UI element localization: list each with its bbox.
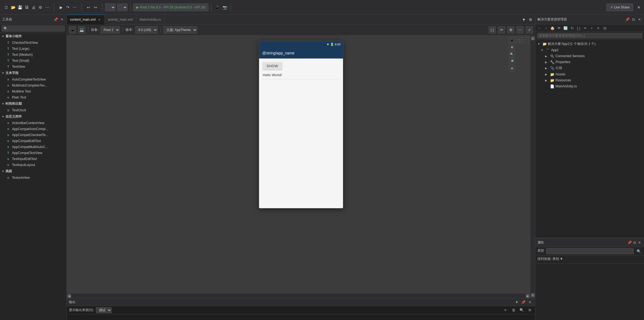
sol-view-btn[interactable]: 👁 [556,25,562,31]
settings-icon[interactable]: ⚙ [37,4,43,10]
pen-btn[interactable]: ✏ [498,26,505,33]
output-clear-btn[interactable]: 🗑 [511,307,517,313]
sol-close-icon[interactable]: ✕ [637,17,642,22]
scroll-up-btn[interactable]: ▲ [531,36,535,40]
phone-portrait-btn[interactable]: 📱 [509,37,515,43]
tab-mainactivity[interactable]: MainActivity.cs [136,15,164,24]
prop-pin2-icon[interactable]: ⊟ [632,240,637,245]
tree-mainactivity[interactable]: ▶ 📄 MainActivity.cs [535,83,644,89]
sol-pin-icon[interactable]: 📌 [625,17,630,22]
theme-select[interactable]: 主题: AppTheme [163,26,197,33]
item-appcompat-multi[interactable]: ≡ AppCompatMultiAutoC... [0,144,66,150]
group-datetime[interactable]: ▼ 时间和日期 [0,100,66,107]
prop-search-btn[interactable]: 🔍 [636,248,642,254]
sol-refresh-btn[interactable]: ↻ [569,25,575,31]
item-multiline[interactable]: ≡ Multiline Text [0,88,66,94]
item-textinput-layout[interactable]: ≡ TextInputLayout [0,162,66,168]
group-widgets[interactable]: ▼ 窗体小组件 [0,33,66,40]
prop-type-search[interactable] [546,248,634,254]
output-close-btn[interactable]: ✕ [527,299,533,305]
redo-icon[interactable]: ↷ [65,4,71,10]
output-source-select[interactable]: 调试 [96,307,112,313]
item-text-small[interactable]: T Text (Small) [0,58,66,64]
close-icon[interactable]: ✕ [636,4,642,10]
scroll-right-btn[interactable]: ▶ [526,294,530,298]
more-btn[interactable]: ⋯ [517,26,524,33]
device-manager-icon[interactable]: 📱 [214,4,220,10]
tree-references[interactable]: ▶ 📎 引用 [535,65,644,71]
item-plaintext[interactable]: ≡ Plain Text [0,94,66,100]
more-icon[interactable]: ⋯ [44,4,50,10]
expand-btn[interactable]: ⤢ [526,26,533,33]
run-button[interactable]: ▶ Pixel 2 Pie 9.0 - API 28 (Android 9.0 … [133,4,208,11]
output-settings-btn[interactable]: ⚙ [527,307,533,313]
tree-resources[interactable]: ▶ 📁 Resources [535,77,644,83]
new-file-icon[interactable]: 🗋 [3,4,9,10]
sort-dropdown-icon[interactable]: ▼ [560,257,563,261]
item-appcompat-edit[interactable]: ≡ AppCompatEditText [0,138,66,144]
sol-code-btn[interactable]: { } [576,25,582,31]
split-view-btn[interactable]: ⋯ [523,37,528,43]
sol-new-btn[interactable]: + [589,25,595,31]
tree-solution-root[interactable]: ▼ 📁 解决方案'App1'(1 个项目/共 1 个) [535,41,644,47]
item-appcompat-tv[interactable]: T AppCompatTextView [0,150,66,156]
item-textinput-edit[interactable]: ≡ TextInputEditText [0,156,66,162]
sol-pin2-icon[interactable]: ⊟ [631,17,636,22]
sol-home-btn[interactable]: 🏠 [549,25,555,31]
open-icon[interactable]: 📂 [10,4,16,10]
sol-back-btn[interactable]: ← [536,25,542,31]
cpu-select[interactable]: Any CPU [117,4,127,11]
print-icon[interactable]: 🖨 [31,4,37,10]
tablet-view-btn[interactable]: 💻 [78,26,85,33]
item-text-medium[interactable]: T Text (Medium) [0,52,66,58]
sol-sync-btn[interactable]: 🔄 [563,25,569,31]
device-select[interactable]: Pixel 2 [101,26,120,33]
item-textclock[interactable]: ⊙ TextClock [0,107,66,113]
item-appcompat-checked[interactable]: ≡ AppCompatCheckedTe... [0,132,66,138]
sol-forward-btn[interactable]: → [543,25,549,31]
phone-landscape-btn[interactable]: ⬚ [516,37,522,43]
save-all-icon[interactable]: 🖫 [24,4,30,10]
item-textureview[interactable]: ≡ TextureView [0,175,66,181]
tab-content-main[interactable]: content_main.xml ✕ [67,15,105,24]
item-multiauto[interactable]: ≡ MultiAutoCompleteTex... [0,82,66,88]
tree-connected-services[interactable]: ▶ 🔌 Connected Services [535,53,644,59]
item-text-large[interactable]: T Text (Large) [0,46,66,52]
output-collapse-btn[interactable]: ▼ [514,299,520,305]
tree-app1[interactable]: ▼ 📱 App1 [535,47,644,53]
version-select[interactable]: 9.0 (v28) [135,26,158,33]
sol-designer-btn[interactable]: ✏ [582,25,588,31]
show-button[interactable]: SHOW [263,62,282,70]
tab-content-main-close[interactable]: ✕ [97,18,101,21]
toolbox-close-icon[interactable]: ✕ [59,17,64,22]
item-actionbar[interactable]: ≡ ActionBarContextView [0,120,66,126]
grid-btn[interactable]: ⊞ [507,26,514,33]
zoom-out-minus-btn[interactable]: 🔎 [509,58,515,64]
save-icon[interactable]: 💾 [17,4,23,10]
screenshot-icon[interactable]: 📷 [222,4,228,10]
tree-assets[interactable]: ▶ 📁 Assets [535,71,644,77]
pin-icon[interactable]: 📌 [53,17,58,22]
output-pin-btn[interactable]: 📌 [520,299,526,305]
item-textview[interactable]: T TextView [0,64,66,70]
scroll-left-btn[interactable]: ◀ [67,294,71,298]
tree-properties[interactable]: ▶ 🔧 Properties [535,59,644,65]
zoom-in-btn[interactable]: 🔍 [509,51,515,57]
group-custom[interactable]: ▼ 自定义控件 [0,113,66,120]
tab-dropdown-icon[interactable]: ▼ [521,17,527,23]
phone-view-btn[interactable]: 📱 [69,26,76,33]
more2-icon[interactable]: ⋯ [72,4,78,10]
group-textfields[interactable]: ▼ 文本字段 [0,70,66,76]
item-autocomplete[interactable]: ≡ AutoCompleteTextView [0,76,66,82]
zoom-fit-btn[interactable]: ⊞ [509,44,515,50]
output-filter-btn[interactable]: ≡ [502,307,508,313]
toolbox-search-input[interactable] [2,26,65,32]
scroll-down-btn[interactable]: ▼ [531,293,535,297]
undo-icon[interactable]: ↩ [86,4,92,10]
sol-search-input[interactable] [537,33,642,38]
sol-collapse-btn[interactable]: ⊟ [602,25,608,31]
item-appcompat-auto[interactable]: ≡ AppCompatAutoCompl... [0,126,66,132]
tab-settings-icon[interactable]: ⚙ [527,17,533,23]
run-icon[interactable]: ▶ [58,4,64,10]
redo2-icon[interactable]: ↪ [92,4,98,10]
